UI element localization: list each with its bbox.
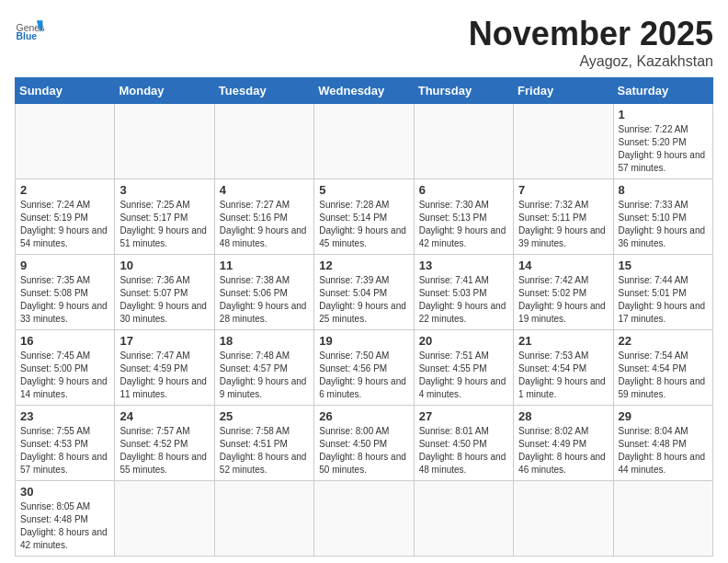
day-number: 25 [220, 409, 309, 423]
calendar-cell [115, 481, 214, 557]
calendar-cell: 23Sunrise: 7:55 AM Sunset: 4:53 PM Dayli… [16, 406, 115, 481]
week-row-5: 23Sunrise: 7:55 AM Sunset: 4:53 PM Dayli… [16, 406, 713, 481]
day-number: 9 [20, 259, 109, 272]
calendar-cell: 6Sunrise: 7:30 AM Sunset: 5:13 PM Daylig… [414, 179, 513, 255]
day-number: 30 [20, 485, 109, 499]
day-info: Sunrise: 7:33 AM Sunset: 5:10 PM Dayligh… [619, 199, 708, 250]
day-info: Sunrise: 7:51 AM Sunset: 4:55 PM Dayligh… [419, 350, 508, 401]
day-info: Sunrise: 7:48 AM Sunset: 4:57 PM Dayligh… [220, 350, 309, 401]
calendar-cell [214, 481, 313, 557]
day-number: 7 [518, 183, 608, 197]
day-info: Sunrise: 7:42 AM Sunset: 5:02 PM Dayligh… [518, 274, 608, 326]
calendar-cell: 12Sunrise: 7:39 AM Sunset: 5:04 PM Dayli… [314, 255, 414, 330]
day-info: Sunrise: 7:58 AM Sunset: 4:51 PM Dayligh… [220, 425, 309, 477]
calendar-cell [314, 104, 414, 179]
day-number: 24 [119, 409, 209, 423]
calendar-cell: 9Sunrise: 7:35 AM Sunset: 5:08 PM Daylig… [16, 255, 115, 330]
day-info: Sunrise: 7:35 AM Sunset: 5:08 PM Dayligh… [20, 274, 109, 326]
header: General Blue November 2025 Ayagoz, Kazak… [15, 15, 713, 70]
calendar-cell: 18Sunrise: 7:48 AM Sunset: 4:57 PM Dayli… [214, 330, 313, 406]
calendar-cell: 21Sunrise: 7:53 AM Sunset: 4:54 PM Dayli… [514, 330, 613, 406]
day-number: 20 [419, 334, 508, 348]
calendar-cell: 4Sunrise: 7:27 AM Sunset: 5:16 PM Daylig… [214, 179, 313, 255]
day-info: Sunrise: 7:39 AM Sunset: 5:04 PM Dayligh… [319, 274, 408, 326]
weekday-header-friday: Friday [514, 78, 613, 104]
calendar-cell: 17Sunrise: 7:47 AM Sunset: 4:59 PM Dayli… [115, 330, 214, 406]
calendar-cell [115, 104, 214, 179]
day-info: Sunrise: 7:38 AM Sunset: 5:06 PM Dayligh… [220, 274, 309, 326]
calendar-cell: 20Sunrise: 7:51 AM Sunset: 4:55 PM Dayli… [414, 330, 513, 406]
week-row-4: 16Sunrise: 7:45 AM Sunset: 5:00 PM Dayli… [16, 330, 713, 406]
calendar-cell [16, 104, 115, 179]
day-info: Sunrise: 7:22 AM Sunset: 5:20 PM Dayligh… [619, 123, 708, 175]
day-number: 14 [518, 259, 608, 272]
day-number: 6 [419, 183, 508, 197]
calendar-cell [314, 481, 414, 557]
day-number: 16 [20, 334, 109, 348]
calendar-cell: 10Sunrise: 7:36 AM Sunset: 5:07 PM Dayli… [115, 255, 214, 330]
day-info: Sunrise: 8:02 AM Sunset: 4:49 PM Dayligh… [518, 425, 608, 477]
calendar-cell: 16Sunrise: 7:45 AM Sunset: 5:00 PM Dayli… [16, 330, 115, 406]
calendar-cell: 29Sunrise: 8:04 AM Sunset: 4:48 PM Dayli… [613, 406, 712, 481]
day-number: 15 [619, 259, 708, 272]
weekday-header-thursday: Thursday [414, 78, 513, 104]
day-number: 8 [619, 183, 708, 197]
day-info: Sunrise: 7:28 AM Sunset: 5:14 PM Dayligh… [319, 199, 408, 250]
calendar-cell: 19Sunrise: 7:50 AM Sunset: 4:56 PM Dayli… [314, 330, 414, 406]
day-info: Sunrise: 7:47 AM Sunset: 4:59 PM Dayligh… [119, 350, 209, 401]
day-number: 13 [419, 259, 508, 272]
weekday-header-saturday: Saturday [613, 78, 712, 104]
logo-icon: General Blue [15, 15, 44, 44]
day-info: Sunrise: 7:50 AM Sunset: 4:56 PM Dayligh… [319, 350, 408, 401]
day-number: 11 [220, 259, 309, 272]
svg-text:Blue: Blue [17, 31, 38, 41]
day-info: Sunrise: 7:44 AM Sunset: 5:01 PM Dayligh… [619, 274, 708, 326]
day-info: Sunrise: 7:55 AM Sunset: 4:53 PM Dayligh… [20, 425, 109, 477]
day-info: Sunrise: 7:53 AM Sunset: 4:54 PM Dayligh… [518, 350, 608, 401]
day-number: 26 [319, 409, 408, 423]
calendar-cell [514, 104, 613, 179]
day-info: Sunrise: 8:05 AM Sunset: 4:48 PM Dayligh… [20, 500, 109, 552]
day-info: Sunrise: 7:32 AM Sunset: 5:11 PM Dayligh… [518, 199, 608, 250]
day-number: 21 [518, 334, 608, 348]
calendar-cell [414, 481, 513, 557]
calendar-cell: 13Sunrise: 7:41 AM Sunset: 5:03 PM Dayli… [414, 255, 513, 330]
weekday-header-monday: Monday [115, 78, 214, 104]
calendar-cell: 5Sunrise: 7:28 AM Sunset: 5:14 PM Daylig… [314, 179, 414, 255]
day-info: Sunrise: 7:24 AM Sunset: 5:19 PM Dayligh… [20, 199, 109, 250]
title-area: November 2025 Ayagoz, Kazakhstan [469, 15, 713, 70]
day-number: 10 [119, 259, 209, 272]
calendar-cell [514, 481, 613, 557]
weekday-header-tuesday: Tuesday [214, 78, 313, 104]
day-number: 2 [20, 183, 109, 197]
day-info: Sunrise: 7:27 AM Sunset: 5:16 PM Dayligh… [220, 199, 309, 250]
day-info: Sunrise: 7:45 AM Sunset: 5:00 PM Dayligh… [20, 350, 109, 401]
day-number: 5 [319, 183, 408, 197]
day-info: Sunrise: 7:57 AM Sunset: 4:52 PM Dayligh… [119, 425, 209, 477]
calendar-cell: 3Sunrise: 7:25 AM Sunset: 5:17 PM Daylig… [115, 179, 214, 255]
calendar-cell: 14Sunrise: 7:42 AM Sunset: 5:02 PM Dayli… [514, 255, 613, 330]
day-info: Sunrise: 7:41 AM Sunset: 5:03 PM Dayligh… [419, 274, 508, 326]
week-row-2: 2Sunrise: 7:24 AM Sunset: 5:19 PM Daylig… [16, 179, 713, 255]
calendar-cell: 7Sunrise: 7:32 AM Sunset: 5:11 PM Daylig… [514, 179, 613, 255]
weekday-header-wednesday: Wednesday [314, 78, 414, 104]
calendar-cell: 26Sunrise: 8:00 AM Sunset: 4:50 PM Dayli… [314, 406, 414, 481]
calendar-cell: 28Sunrise: 8:02 AM Sunset: 4:49 PM Dayli… [514, 406, 613, 481]
day-number: 4 [220, 183, 309, 197]
day-info: Sunrise: 7:36 AM Sunset: 5:07 PM Dayligh… [119, 274, 209, 326]
day-info: Sunrise: 8:00 AM Sunset: 4:50 PM Dayligh… [319, 425, 408, 477]
day-number: 12 [319, 259, 408, 272]
day-info: Sunrise: 8:04 AM Sunset: 4:48 PM Dayligh… [619, 425, 708, 477]
day-number: 22 [619, 334, 708, 348]
day-number: 27 [419, 409, 508, 423]
week-row-3: 9Sunrise: 7:35 AM Sunset: 5:08 PM Daylig… [16, 255, 713, 330]
calendar-cell: 15Sunrise: 7:44 AM Sunset: 5:01 PM Dayli… [613, 255, 712, 330]
day-number: 28 [518, 409, 608, 423]
day-number: 18 [220, 334, 309, 348]
calendar-cell [613, 481, 712, 557]
day-info: Sunrise: 7:54 AM Sunset: 4:54 PM Dayligh… [619, 350, 708, 401]
day-info: Sunrise: 7:30 AM Sunset: 5:13 PM Dayligh… [419, 199, 508, 250]
day-info: Sunrise: 8:01 AM Sunset: 4:50 PM Dayligh… [419, 425, 508, 477]
day-number: 3 [119, 183, 209, 197]
weekday-header-row: SundayMondayTuesdayWednesdayThursdayFrid… [16, 78, 713, 104]
